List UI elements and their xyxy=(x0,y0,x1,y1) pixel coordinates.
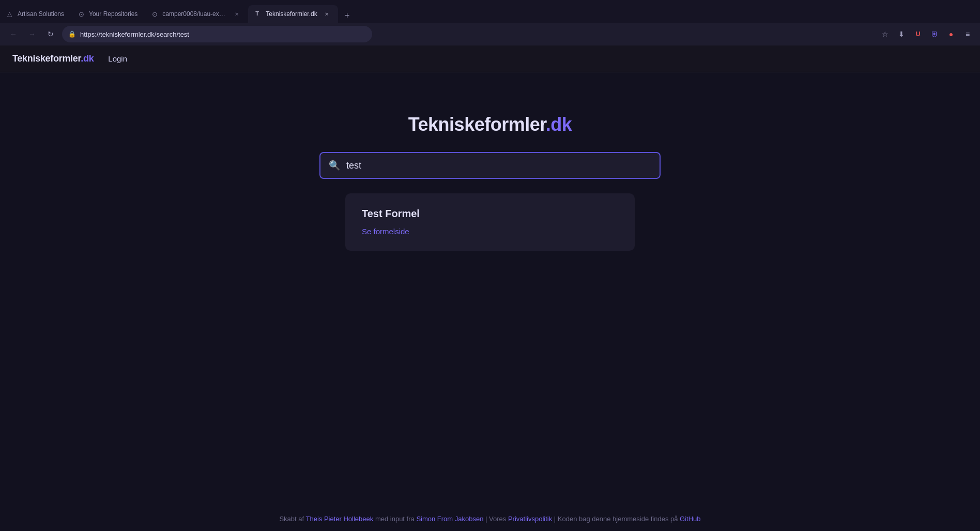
footer-separator2: | Koden bag denne hjemmeside findes på xyxy=(552,515,680,523)
repos-tab-icon: ⊙ xyxy=(79,10,86,18)
footer-author2[interactable]: Simon From Jakobsen xyxy=(416,515,483,523)
star-button[interactable]: ☆ xyxy=(879,28,891,40)
footer: Skabt af Theis Pieter Hollebeek med inpu… xyxy=(0,507,980,531)
tekniske-tab-icon: T xyxy=(255,10,263,18)
tab-tekniske[interactable]: T Tekniskeformler.dk ✕ xyxy=(248,5,338,23)
downloads-button[interactable]: ⬇ xyxy=(895,28,908,40)
forward-icon: → xyxy=(28,30,36,38)
record-icon: ● xyxy=(949,30,953,38)
vpn-icon: U xyxy=(916,31,921,38)
result-link[interactable]: Se formelside xyxy=(362,227,409,236)
search-container: 🔍 xyxy=(319,152,661,179)
shield-button[interactable]: ⛨ xyxy=(928,28,941,40)
search-icon: 🔍 xyxy=(329,160,340,171)
login-link[interactable]: Login xyxy=(108,54,127,63)
main-content: Tekniskeformler.dk 🔍 Test Formel Se form… xyxy=(0,72,980,507)
navbar-brand-accent: .dk xyxy=(81,53,94,64)
forward-button[interactable]: → xyxy=(25,27,39,41)
navbar-brand: Tekniskeformler.dk xyxy=(12,53,94,64)
refresh-icon: ↻ xyxy=(48,30,54,38)
artisan-tab-label: Artisan Solutions xyxy=(18,10,64,18)
address-bar-row: ← → ↻ 🔒 https://tekniskeformler.dk/searc… xyxy=(0,23,980,45)
lock-icon: 🔒 xyxy=(68,31,76,38)
vpn-button[interactable]: U xyxy=(912,28,924,40)
search-input[interactable] xyxy=(346,160,651,171)
repos-tab-label: Your Repositories xyxy=(89,10,137,18)
tab-luau[interactable]: ⊙ camper0008/luau-expre… ✕ xyxy=(145,5,248,23)
shield-icon: ⛨ xyxy=(931,30,938,38)
browser-chrome: △ Artisan Solutions ⊙ Your Repositories … xyxy=(0,0,980,45)
address-bar[interactable]: 🔒 https://tekniskeformler.dk/search/test xyxy=(62,26,372,42)
menu-button[interactable]: ≡ xyxy=(961,28,974,40)
footer-github[interactable]: GitHub xyxy=(680,515,700,523)
navbar: Tekniskeformler.dk Login xyxy=(0,45,980,72)
footer-prefix: Skabt af xyxy=(279,515,305,523)
footer-privacy[interactable]: Privatlivspolitik xyxy=(508,515,552,523)
url-display: https://tekniskeformler.dk/search/test xyxy=(80,31,366,38)
result-title: Test Formel xyxy=(362,208,618,220)
tekniske-tab-close[interactable]: ✕ xyxy=(323,10,331,18)
download-icon: ⬇ xyxy=(898,30,905,38)
tab-bar: △ Artisan Solutions ⊙ Your Repositories … xyxy=(0,0,980,23)
back-icon: ← xyxy=(10,30,17,38)
back-button[interactable]: ← xyxy=(6,27,21,41)
result-card: Test Formel Se formelside xyxy=(345,193,635,251)
star-icon: ☆ xyxy=(882,30,889,38)
tab-artisan[interactable]: △ Artisan Solutions xyxy=(0,5,71,23)
results-container: Test Formel Se formelside xyxy=(345,193,635,251)
luau-tab-close[interactable]: ✕ xyxy=(233,10,241,18)
luau-tab-icon: ⊙ xyxy=(152,10,159,18)
site-title-accent: .dk xyxy=(546,114,572,135)
artisan-tab-icon: △ xyxy=(7,10,14,18)
site-title: Tekniskeformler.dk xyxy=(408,114,572,135)
site-title-main: Tekniskeformler xyxy=(408,114,546,135)
footer-middle: med input fra xyxy=(373,515,416,523)
new-tab-button[interactable]: + xyxy=(340,8,355,23)
record-button[interactable]: ● xyxy=(945,28,957,40)
page-content: Tekniskeformler.dk Login Tekniskeformler… xyxy=(0,45,980,531)
footer-separator1: | Vores xyxy=(483,515,508,523)
navbar-brand-main: Tekniskeformler xyxy=(12,53,81,64)
luau-tab-label: camper0008/luau-expre… xyxy=(162,10,227,18)
menu-icon: ≡ xyxy=(966,30,970,38)
tab-repos[interactable]: ⊙ Your Repositories xyxy=(71,5,145,23)
tekniske-tab-label: Tekniskeformler.dk xyxy=(266,10,317,18)
refresh-button[interactable]: ↻ xyxy=(43,27,58,41)
footer-author1[interactable]: Theis Pieter Hollebeek xyxy=(305,515,373,523)
